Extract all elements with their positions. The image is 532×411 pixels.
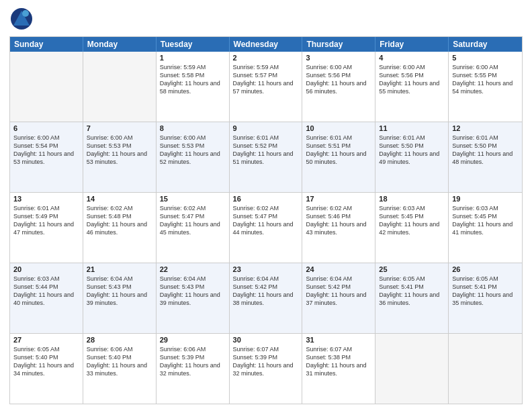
day-info: Sunrise: 6:05 AM Sunset: 5:41 PM Dayligh… (452, 275, 519, 308)
calendar-cell: 30Sunrise: 6:07 AM Sunset: 5:39 PM Dayli… (230, 334, 303, 404)
day-number: 5 (452, 54, 519, 62)
day-info: Sunrise: 6:01 AM Sunset: 5:52 PM Dayligh… (233, 134, 299, 167)
calendar-body: 1Sunrise: 5:59 AM Sunset: 5:58 PM Daylig… (10, 52, 522, 404)
day-number: 13 (13, 195, 79, 203)
calendar-cell: 29Sunrise: 6:06 AM Sunset: 5:39 PM Dayli… (157, 334, 230, 404)
calendar-header: SundayMondayTuesdayWednesdayThursdayFrid… (10, 37, 522, 52)
weekday-header: Tuesday (157, 37, 230, 52)
logo-icon (9, 7, 34, 31)
day-info: Sunrise: 6:01 AM Sunset: 5:50 PM Dayligh… (379, 134, 445, 167)
day-info: Sunrise: 6:02 AM Sunset: 5:47 PM Dayligh… (160, 204, 226, 237)
day-info: Sunrise: 6:04 AM Sunset: 5:43 PM Dayligh… (160, 275, 226, 308)
day-info: Sunrise: 6:00 AM Sunset: 5:55 PM Dayligh… (452, 63, 519, 96)
day-number: 24 (306, 265, 371, 273)
day-info: Sunrise: 5:59 AM Sunset: 5:57 PM Dayligh… (233, 63, 299, 96)
calendar-cell: 20Sunrise: 6:03 AM Sunset: 5:44 PM Dayli… (10, 263, 83, 333)
calendar-cell: 31Sunrise: 6:07 AM Sunset: 5:38 PM Dayli… (302, 334, 375, 404)
calendar-cell: 9Sunrise: 6:01 AM Sunset: 5:52 PM Daylig… (230, 122, 303, 192)
calendar-cell: 26Sunrise: 6:05 AM Sunset: 5:41 PM Dayli… (449, 263, 522, 333)
day-number: 3 (306, 54, 371, 62)
logo (9, 7, 34, 31)
day-number: 11 (379, 124, 445, 132)
calendar-cell: 28Sunrise: 6:06 AM Sunset: 5:40 PM Dayli… (83, 334, 157, 404)
day-number: 17 (306, 195, 371, 203)
day-info: Sunrise: 6:04 AM Sunset: 5:43 PM Dayligh… (87, 275, 152, 308)
day-info: Sunrise: 6:01 AM Sunset: 5:51 PM Dayligh… (306, 134, 371, 167)
day-number: 26 (452, 265, 519, 273)
day-info: Sunrise: 6:00 AM Sunset: 5:54 PM Dayligh… (13, 134, 79, 167)
day-info: Sunrise: 6:00 AM Sunset: 5:56 PM Dayligh… (379, 63, 445, 96)
day-number: 7 (87, 124, 152, 132)
calendar-row: 13Sunrise: 6:01 AM Sunset: 5:49 PM Dayli… (10, 192, 522, 263)
day-number: 22 (160, 265, 226, 273)
day-info: Sunrise: 5:59 AM Sunset: 5:58 PM Dayligh… (160, 63, 226, 96)
calendar-cell: 19Sunrise: 6:03 AM Sunset: 5:45 PM Dayli… (449, 193, 522, 263)
calendar-row: 6Sunrise: 6:00 AM Sunset: 5:54 PM Daylig… (10, 122, 522, 192)
calendar-cell: 11Sunrise: 6:01 AM Sunset: 5:50 PM Dayli… (375, 122, 449, 192)
weekday-header: Thursday (302, 37, 375, 52)
calendar-row: 1Sunrise: 5:59 AM Sunset: 5:58 PM Daylig… (10, 52, 522, 122)
day-info: Sunrise: 6:01 AM Sunset: 5:49 PM Dayligh… (13, 204, 79, 237)
calendar-cell: 7Sunrise: 6:00 AM Sunset: 5:53 PM Daylig… (83, 122, 157, 192)
calendar-cell: 2Sunrise: 5:59 AM Sunset: 5:57 PM Daylig… (230, 52, 303, 122)
day-number: 9 (233, 124, 299, 132)
calendar-cell: 21Sunrise: 6:04 AM Sunset: 5:43 PM Dayli… (83, 263, 157, 333)
day-info: Sunrise: 6:03 AM Sunset: 5:44 PM Dayligh… (13, 275, 79, 308)
day-info: Sunrise: 6:05 AM Sunset: 5:40 PM Dayligh… (13, 345, 79, 378)
weekday-header: Monday (83, 37, 157, 52)
calendar-row: 20Sunrise: 6:03 AM Sunset: 5:44 PM Dayli… (10, 263, 522, 333)
day-number: 1 (160, 54, 226, 62)
calendar-cell (375, 334, 449, 404)
weekday-header: Sunday (10, 37, 83, 52)
weekday-header: Saturday (449, 37, 522, 52)
calendar-cell: 24Sunrise: 6:04 AM Sunset: 5:42 PM Dayli… (302, 263, 375, 333)
day-info: Sunrise: 6:00 AM Sunset: 5:53 PM Dayligh… (160, 134, 226, 167)
day-number: 31 (306, 336, 371, 344)
day-number: 6 (13, 124, 79, 132)
day-number: 14 (87, 195, 152, 203)
calendar-cell: 12Sunrise: 6:01 AM Sunset: 5:50 PM Dayli… (449, 122, 522, 192)
day-info: Sunrise: 6:03 AM Sunset: 5:45 PM Dayligh… (379, 204, 445, 237)
calendar-cell: 3Sunrise: 6:00 AM Sunset: 5:56 PM Daylig… (302, 52, 375, 122)
day-info: Sunrise: 6:05 AM Sunset: 5:41 PM Dayligh… (379, 275, 445, 308)
day-info: Sunrise: 6:00 AM Sunset: 5:56 PM Dayligh… (306, 63, 371, 96)
calendar-row: 27Sunrise: 6:05 AM Sunset: 5:40 PM Dayli… (10, 333, 522, 404)
calendar-cell: 27Sunrise: 6:05 AM Sunset: 5:40 PM Dayli… (10, 334, 83, 404)
calendar-cell: 8Sunrise: 6:00 AM Sunset: 5:53 PM Daylig… (157, 122, 230, 192)
calendar-cell: 4Sunrise: 6:00 AM Sunset: 5:56 PM Daylig… (375, 52, 449, 122)
calendar-cell: 22Sunrise: 6:04 AM Sunset: 5:43 PM Dayli… (157, 263, 230, 333)
calendar-cell: 15Sunrise: 6:02 AM Sunset: 5:47 PM Dayli… (157, 193, 230, 263)
day-number: 23 (233, 265, 299, 273)
calendar-cell: 16Sunrise: 6:02 AM Sunset: 5:47 PM Dayli… (230, 193, 303, 263)
page-container: SundayMondayTuesdayWednesdayThursdayFrid… (0, 0, 532, 411)
day-info: Sunrise: 6:03 AM Sunset: 5:45 PM Dayligh… (452, 204, 519, 237)
day-info: Sunrise: 6:07 AM Sunset: 5:39 PM Dayligh… (233, 345, 299, 378)
day-info: Sunrise: 6:02 AM Sunset: 5:46 PM Dayligh… (306, 204, 371, 237)
day-number: 29 (160, 336, 226, 344)
day-info: Sunrise: 6:02 AM Sunset: 5:48 PM Dayligh… (87, 204, 152, 237)
day-info: Sunrise: 6:06 AM Sunset: 5:39 PM Dayligh… (160, 345, 226, 378)
calendar-cell: 13Sunrise: 6:01 AM Sunset: 5:49 PM Dayli… (10, 193, 83, 263)
calendar-cell: 14Sunrise: 6:02 AM Sunset: 5:48 PM Dayli… (83, 193, 157, 263)
page-header (9, 7, 523, 31)
day-number: 15 (160, 195, 226, 203)
day-number: 27 (13, 336, 79, 344)
svg-point-2 (22, 10, 29, 17)
day-info: Sunrise: 6:02 AM Sunset: 5:47 PM Dayligh… (233, 204, 299, 237)
day-number: 2 (233, 54, 299, 62)
day-number: 20 (13, 265, 79, 273)
day-info: Sunrise: 6:00 AM Sunset: 5:53 PM Dayligh… (87, 134, 152, 167)
weekday-header: Wednesday (230, 37, 303, 52)
day-info: Sunrise: 6:04 AM Sunset: 5:42 PM Dayligh… (306, 275, 371, 308)
day-number: 28 (87, 336, 152, 344)
day-number: 19 (452, 195, 519, 203)
calendar-cell: 1Sunrise: 5:59 AM Sunset: 5:58 PM Daylig… (157, 52, 230, 122)
day-number: 25 (379, 265, 445, 273)
day-number: 30 (233, 336, 299, 344)
calendar-cell: 18Sunrise: 6:03 AM Sunset: 5:45 PM Dayli… (375, 193, 449, 263)
day-number: 21 (87, 265, 152, 273)
day-info: Sunrise: 6:04 AM Sunset: 5:42 PM Dayligh… (233, 275, 299, 308)
day-number: 16 (233, 195, 299, 203)
calendar-cell (10, 52, 83, 122)
day-info: Sunrise: 6:07 AM Sunset: 5:38 PM Dayligh… (306, 345, 371, 378)
